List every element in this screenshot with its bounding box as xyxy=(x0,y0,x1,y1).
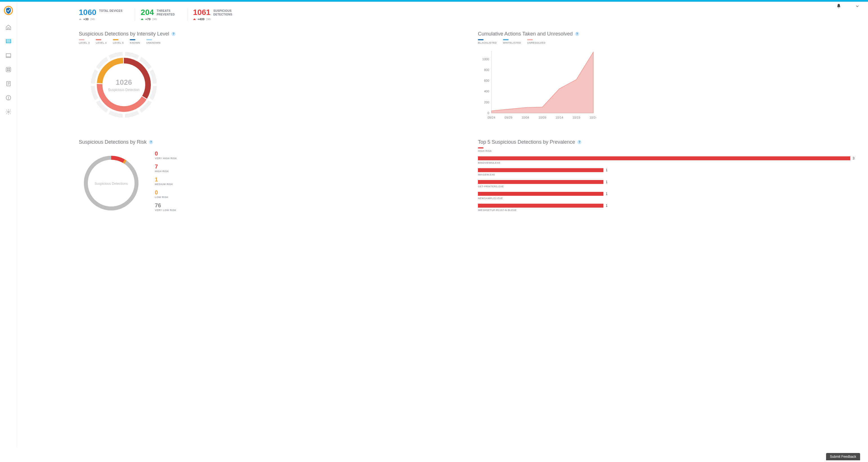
nav-log-icon[interactable] xyxy=(5,81,11,87)
svg-point-10 xyxy=(8,111,9,113)
nav-dashboard-icon[interactable] xyxy=(5,38,11,45)
risk-label: HIGH RISK xyxy=(155,170,177,173)
bar-track[interactable]: 1 xyxy=(478,168,855,172)
svg-text:1000: 1000 xyxy=(483,57,489,61)
intensity-center-label: Suspicious Detection xyxy=(108,88,140,92)
sidebar xyxy=(0,2,17,447)
help-icon[interactable]: ? xyxy=(575,32,579,36)
risk-label: VERY LOW RISK xyxy=(155,209,177,211)
risk-value: 7 xyxy=(155,164,177,169)
svg-point-9 xyxy=(8,98,9,99)
svg-point-4 xyxy=(7,68,8,69)
bar-track[interactable]: 1 xyxy=(478,204,855,208)
intensity-title: Suspicious Detections by Intensity Level xyxy=(79,31,169,37)
risk-value: 0 xyxy=(155,151,177,156)
bar-label: NEWSAMPLE2.EXE xyxy=(478,197,855,200)
svg-text:10/09: 10/09 xyxy=(538,116,546,119)
svg-text:09/29: 09/29 xyxy=(505,116,513,119)
help-icon[interactable]: ? xyxy=(577,140,582,144)
svg-text:0: 0 xyxy=(488,111,489,115)
top5-title: Top 5 Suspicious Detections by Prevalenc… xyxy=(478,139,575,145)
bar-label: IMESHSETUP-R1157-N-BI.EXE xyxy=(478,209,855,211)
risk-value: 1 xyxy=(155,177,177,182)
svg-text:10/24: 10/24 xyxy=(589,116,596,119)
help-icon[interactable]: ? xyxy=(172,32,176,36)
top5-legend-label: HIGH RISK xyxy=(478,150,855,152)
top5-bars: 3 BINDVIEW64.EXE 1 IMAGEW.EXE 1 GET-PRIN… xyxy=(478,156,855,211)
kpi-value: 204 xyxy=(141,8,154,16)
svg-text:600: 600 xyxy=(484,79,489,82)
cumulative-legend: BLACKLISTEDWHITELISTEDUNRESOLVED xyxy=(478,39,855,44)
bell-icon[interactable] xyxy=(836,3,841,9)
svg-rect-2 xyxy=(6,54,11,57)
help-icon[interactable]: ? xyxy=(149,140,153,144)
risk-title: Suspicious Detections by Risk xyxy=(79,139,147,145)
kpi-value: 1060 xyxy=(79,8,96,16)
svg-text:10/14: 10/14 xyxy=(556,116,563,119)
risk-list: 0VERY HIGH RISK7HIGH RISK1MEDIUM RISK0LO… xyxy=(155,151,177,211)
svg-text:200: 200 xyxy=(484,100,489,104)
svg-text:400: 400 xyxy=(484,90,489,93)
risk-label: VERY HIGH RISK xyxy=(155,157,177,160)
intensity-center-value: 1026 xyxy=(116,78,132,87)
risk-label: LOW RISK xyxy=(155,196,177,199)
chevron-down-icon[interactable] xyxy=(855,4,860,8)
intensity-legend: LEVEL 3LEVEL 4LEVEL 5KNOWNUNKNOWN xyxy=(79,39,455,44)
svg-text:10/19: 10/19 xyxy=(572,116,580,119)
svg-text:800: 800 xyxy=(484,68,489,71)
panel-top5: Top 5 Suspicious Detections by Prevalenc… xyxy=(478,139,855,215)
app-logo xyxy=(4,6,13,15)
nav-settings-icon[interactable] xyxy=(5,109,11,115)
svg-point-5 xyxy=(9,68,9,69)
bar-label: GET-PRINTERS.EXE xyxy=(478,185,855,188)
main-content: 1060 TOTAL DEVICES +30 24h 204 THREATSPR… xyxy=(17,2,868,447)
panel-risk: Suspicious Detections by Risk ? Suspicio… xyxy=(79,139,455,215)
kpi-row: 1060 TOTAL DEVICES +30 24h 204 THREATSPR… xyxy=(79,8,855,21)
svg-point-7 xyxy=(9,70,9,71)
svg-rect-1 xyxy=(6,39,11,43)
nav-grid-icon[interactable] xyxy=(5,66,11,73)
panel-cumulative: Cumulative Actions Taken and Unresolved … xyxy=(478,31,855,122)
bar-track[interactable]: 1 xyxy=(478,192,855,196)
bar-track[interactable]: 1 xyxy=(478,180,855,184)
cumulative-title: Cumulative Actions Taken and Unresolved xyxy=(478,31,573,37)
risk-value: 0 xyxy=(155,190,177,195)
nav-home-icon[interactable] xyxy=(5,24,11,30)
risk-label: MEDIUM RISK xyxy=(155,183,177,186)
risk-center-label: Suspicious Detections xyxy=(95,182,128,186)
svg-rect-3 xyxy=(6,67,11,72)
kpi-value: 1061 xyxy=(193,8,211,16)
panel-intensity: Suspicious Detections by Intensity Level… xyxy=(79,31,455,122)
bar-label: BINDVIEW64.EXE xyxy=(478,162,855,164)
svg-point-6 xyxy=(7,70,8,71)
bar-label: IMAGEW.EXE xyxy=(478,173,855,176)
nav-alert-icon[interactable] xyxy=(5,95,11,101)
nav-devices-icon[interactable] xyxy=(5,52,11,59)
cumulative-chart[interactable]: 0200400600800100009/2409/2910/0410/0910/… xyxy=(478,48,596,121)
svg-text:09/24: 09/24 xyxy=(488,116,495,119)
svg-text:10/04: 10/04 xyxy=(522,116,529,119)
risk-value: 76 xyxy=(155,203,177,208)
bar-track[interactable]: 3 xyxy=(478,156,855,160)
